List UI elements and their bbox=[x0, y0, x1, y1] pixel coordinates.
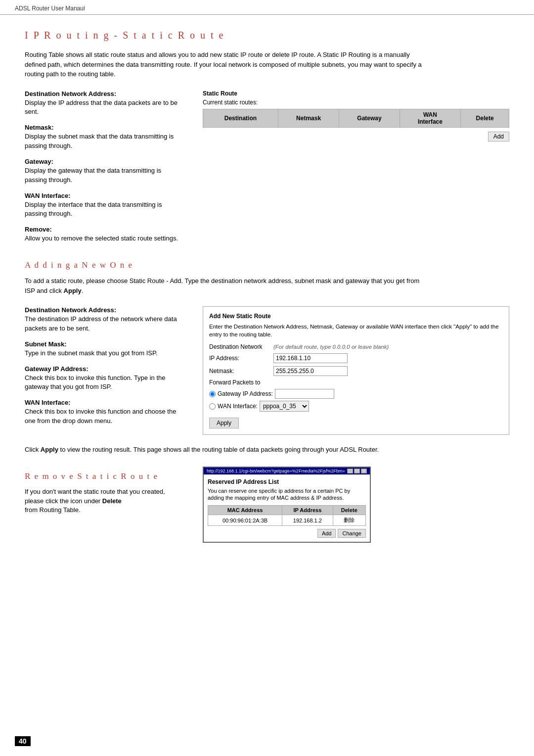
wan-interface-radio-label: WAN Interface: bbox=[218, 403, 258, 410]
field-gateway: Gateway: Display the gateway that the da… bbox=[25, 158, 183, 185]
form-row-ip: IP Address: bbox=[209, 353, 503, 363]
minimize-btn[interactable]: _ bbox=[347, 469, 353, 473]
route-table: Destination Netmask Gateway WANInterface… bbox=[203, 109, 509, 128]
netmask-input[interactable] bbox=[273, 366, 348, 376]
sc-table-row: 00:90:96:01:2A:3B 192.168.1.2 删除 bbox=[208, 515, 366, 526]
click-apply-end: to view the routing result. This page sh… bbox=[60, 446, 379, 453]
form-destination-hint: (For default route, type 0.0.0.0 or leav… bbox=[273, 344, 389, 350]
add-field-gateway-title: Gateway IP Address: bbox=[25, 365, 183, 373]
field-gateway-title: Gateway: bbox=[25, 158, 183, 165]
adding-two-col: Destination Network Address: The destina… bbox=[25, 306, 509, 435]
gateway-ip-input[interactable] bbox=[275, 389, 334, 399]
field-remove-desc: Allow you to remove the selected static … bbox=[25, 234, 183, 243]
adding-left-fields: Destination Network Address: The destina… bbox=[25, 306, 183, 435]
wan-interface-radio[interactable] bbox=[209, 403, 216, 410]
radio-row-wan: WAN Interface: pppoa_0_35 bbox=[209, 401, 503, 412]
field-wan-title: WAN Interface: bbox=[25, 192, 183, 199]
header-title: ADSL Router User Manaul bbox=[15, 5, 85, 12]
gateway-radio-label: Gateway IP Address: bbox=[218, 390, 273, 397]
click-apply-bold: Apply bbox=[41, 446, 58, 453]
field-wan-desc: Display the interface that the data tran… bbox=[25, 200, 183, 219]
add-field-subnet: Subnet Mask: Type in the subnet mask tha… bbox=[25, 340, 183, 358]
main-content: I P R o u t i n g - S t a t i c R o u t … bbox=[0, 15, 534, 567]
sc-add-button[interactable]: Add bbox=[317, 529, 336, 538]
field-netmask-title: Netmask: bbox=[25, 124, 183, 131]
apply-button[interactable]: Apply bbox=[209, 418, 239, 428]
sc-ip-address: 192.168.1.2 bbox=[282, 515, 333, 526]
col-wan-interface: WANInterface bbox=[400, 109, 461, 127]
static-route-label: Static Route bbox=[203, 90, 509, 97]
sc-col-delete: Delete bbox=[333, 506, 365, 515]
form-netmask-label: Netmask: bbox=[209, 368, 273, 375]
remove-right: http://192.168.1.1/cgi-bin/webcm?getpage… bbox=[203, 467, 509, 543]
screenshot-url: http://192.168.1.1/cgi-bin/webcm?getpage… bbox=[207, 469, 345, 473]
col-destination: Destination bbox=[203, 109, 278, 127]
screenshot-titlebar: http://192.168.1.1/cgi-bin/webcm?getpage… bbox=[204, 468, 370, 474]
field-remove: Remove: Allow you to remove the selected… bbox=[25, 226, 183, 243]
add-new-box-desc: Enter the Destination Network Address, N… bbox=[209, 323, 503, 338]
field-destination-desc: Display the IP address that the data pac… bbox=[25, 98, 183, 117]
click-text: Click bbox=[25, 446, 39, 453]
field-destination-title: Destination Network Address: bbox=[25, 90, 183, 97]
current-routes-label: Current static routes: bbox=[203, 99, 509, 106]
sc-change-button[interactable]: Change bbox=[338, 529, 366, 538]
adding-section: A d d i n g a N e w O n e To add a stati… bbox=[25, 260, 509, 455]
remove-desc: If you don't want the static route that … bbox=[25, 487, 183, 516]
adding-right: Add New Static Route Enter the Destinati… bbox=[203, 306, 509, 435]
form-row-netmask: Netmask: bbox=[209, 366, 503, 376]
main-two-col: Destination Network Address: Display the… bbox=[25, 90, 509, 251]
add-field-subnet-title: Subnet Mask: bbox=[25, 340, 183, 348]
remove-desc2: from Routing Table. bbox=[25, 506, 81, 514]
sc-table: MAC Address IP Address Delete 00:90:96:0… bbox=[208, 505, 366, 526]
page-title: I P R o u t i n g - S t a t i c R o u t … bbox=[25, 30, 509, 41]
remove-desc1: If you don't want the static route that … bbox=[25, 488, 165, 505]
field-remove-title: Remove: bbox=[25, 226, 183, 233]
add-field-destination-title: Destination Network Address: bbox=[25, 306, 183, 314]
add-field-wan-title: WAN Interface: bbox=[25, 399, 183, 406]
field-gateway-desc: Display the gateway that the data transm… bbox=[25, 166, 183, 185]
sc-desc: You can reserve one specific ip address … bbox=[208, 487, 366, 502]
adding-intro: To add a static route, please choose Sta… bbox=[25, 276, 430, 295]
adding-intro-end: . bbox=[82, 287, 84, 294]
remove-title: R e m o v e S t a t i c R o u t e bbox=[25, 472, 183, 481]
page-number: 40 bbox=[15, 736, 31, 746]
field-wan-interface: WAN Interface: Display the interface tha… bbox=[25, 192, 183, 219]
add-field-subnet-desc: Type in the subnet mask that you got fro… bbox=[25, 349, 183, 358]
click-apply-text: Click Apply to view the routing result. … bbox=[25, 445, 430, 455]
sc-title: Reserved IP Address List bbox=[208, 478, 366, 485]
left-fields: Destination Network Address: Display the… bbox=[25, 90, 183, 251]
sc-col-ip: IP Address bbox=[282, 506, 333, 515]
gateway-radio[interactable] bbox=[209, 391, 216, 397]
form-ip-label: IP Address: bbox=[209, 355, 273, 362]
add-new-route-box: Add New Static Route Enter the Destinati… bbox=[203, 306, 509, 435]
adding-intro-bold: Apply bbox=[64, 287, 82, 294]
add-field-wan: WAN Interface: Check this box to invoke … bbox=[25, 399, 183, 426]
form-destination-label: Destination Network bbox=[209, 343, 273, 350]
wan-interface-select[interactable]: pppoa_0_35 bbox=[260, 401, 309, 412]
remove-left: R e m o v e S t a t i c R o u t e If you… bbox=[25, 467, 183, 543]
remove-static-route-section: R e m o v e S t a t i c R o u t e If you… bbox=[25, 467, 509, 543]
static-route-section: Static Route Current static routes: Dest… bbox=[203, 90, 509, 251]
add-field-gateway-desc: Check this box to invoke this function. … bbox=[25, 374, 183, 392]
intro-text: Routing Table shows all static route sta… bbox=[25, 50, 430, 79]
titlebar-buttons: _ □ × bbox=[347, 469, 367, 473]
close-btn[interactable]: × bbox=[361, 469, 367, 473]
add-field-gateway: Gateway IP Address: Check this box to in… bbox=[25, 365, 183, 392]
form-row-fwd: Forward Packets to bbox=[209, 379, 503, 386]
sc-col-mac: MAC Address bbox=[208, 506, 282, 515]
add-field-destination: Destination Network Address: The destina… bbox=[25, 306, 183, 333]
screenshot-box: http://192.168.1.1/cgi-bin/webcm?getpage… bbox=[203, 467, 371, 543]
table-header-row: Destination Netmask Gateway WANInterface… bbox=[203, 109, 509, 127]
ip-address-input[interactable] bbox=[273, 353, 348, 363]
col-netmask: Netmask bbox=[278, 109, 339, 127]
add-route-button[interactable]: Add bbox=[488, 132, 509, 142]
maximize-btn[interactable]: □ bbox=[354, 469, 360, 473]
page-header: ADSL Router User Manaul bbox=[0, 0, 534, 15]
add-field-wan-desc: Check this box to invoke this function a… bbox=[25, 407, 183, 426]
sc-mac-address: 00:90:96:01:2A:3B bbox=[208, 515, 282, 526]
col-delete: Delete bbox=[461, 109, 509, 127]
sc-table-header: MAC Address IP Address Delete bbox=[208, 506, 366, 515]
add-new-box-title: Add New Static Route bbox=[209, 313, 503, 320]
adding-intro-text: To add a static route, please choose Sta… bbox=[25, 277, 419, 294]
form-row-destination: Destination Network (For default route, … bbox=[209, 343, 503, 350]
